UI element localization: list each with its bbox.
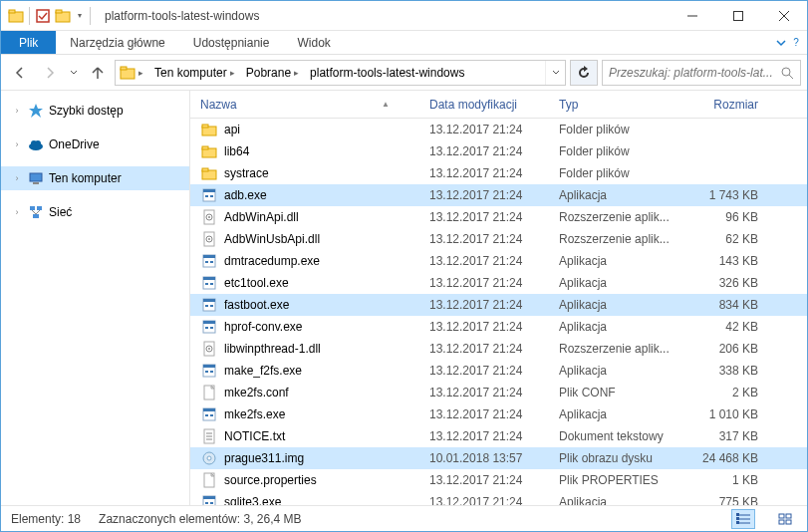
nav-quick-access[interactable]: › Szybki dostęp <box>1 99 189 123</box>
tab-home[interactable]: Narzędzia główne <box>56 31 178 54</box>
file-row[interactable]: hprof-conv.exe13.12.2017 21:24Aplikacja4… <box>190 316 807 338</box>
column-header-size[interactable]: Rozmiar <box>688 98 768 112</box>
file-row[interactable]: systrace13.12.2017 21:24Folder plików <box>190 162 807 184</box>
chevron-right-icon[interactable]: › <box>11 139 23 149</box>
file-list[interactable]: api13.12.2017 21:24Folder plikówlib6413.… <box>190 119 807 505</box>
column-header-type[interactable]: Typ <box>559 98 688 112</box>
svg-rect-86 <box>736 521 739 524</box>
exe-icon <box>200 493 218 505</box>
file-row[interactable]: dmtracedump.exe13.12.2017 21:24Aplikacja… <box>190 250 807 272</box>
tab-share[interactable]: Udostępnianie <box>179 31 284 54</box>
maximize-button[interactable] <box>715 1 761 31</box>
breadcrumb-label: Pobrane <box>246 66 291 80</box>
file-name: mke2fs.exe <box>224 407 429 421</box>
breadcrumb-segment-1[interactable]: Pobrane▸ <box>242 61 306 85</box>
file-row[interactable]: mke2fs.exe13.12.2017 21:24Aplikacja1 010… <box>190 403 807 425</box>
chevron-right-icon[interactable]: › <box>11 106 23 116</box>
svg-rect-50 <box>205 305 208 307</box>
file-row[interactable]: make_f2fs.exe13.12.2017 21:24Aplikacja33… <box>190 360 807 382</box>
svg-rect-55 <box>210 327 213 329</box>
file-row[interactable]: fastboot.exe13.12.2017 21:24Aplikacja834… <box>190 294 807 316</box>
file-name: fastboot.exe <box>224 298 429 312</box>
file-icon <box>200 471 218 489</box>
breadcrumb-segment-2[interactable]: platform-tools-latest-windows <box>306 61 468 85</box>
file-type: Folder plików <box>559 166 688 180</box>
file-row[interactable]: source.properties13.12.2017 21:24Plik PR… <box>190 469 807 491</box>
column-header-name[interactable]: Nazwa▲ <box>200 98 429 112</box>
svg-rect-20 <box>37 206 42 210</box>
file-row[interactable]: api13.12.2017 21:24Folder plików <box>190 119 807 140</box>
svg-rect-84 <box>736 513 739 516</box>
file-row[interactable]: prague311.img10.01.2018 13:57Plik obrazu… <box>190 447 807 469</box>
file-row[interactable]: sqlite3.exe13.12.2017 21:24Aplikacja775 … <box>190 491 807 505</box>
search-icon <box>780 66 794 80</box>
svg-rect-51 <box>210 305 213 307</box>
tab-file[interactable]: Plik <box>1 31 56 54</box>
file-name: source.properties <box>224 473 429 487</box>
dll-icon <box>200 208 218 226</box>
qat-newfolder-icon[interactable] <box>54 7 72 25</box>
address-box[interactable]: ▸ Ten komputer▸ Pobrane▸ platform-tools-… <box>115 60 566 86</box>
nav-this-pc[interactable]: › Ten komputer <box>1 166 189 190</box>
file-row[interactable]: etc1tool.exe13.12.2017 21:24Aplikacja326… <box>190 272 807 294</box>
nav-recent-button[interactable] <box>67 60 81 86</box>
svg-rect-46 <box>205 283 208 285</box>
ribbon-expand-button[interactable]: ? <box>767 31 807 54</box>
svg-rect-66 <box>203 408 215 411</box>
svg-point-58 <box>208 348 210 350</box>
file-size: 338 KB <box>688 364 768 378</box>
svg-rect-60 <box>203 365 215 368</box>
column-header-date[interactable]: Data modyfikacji <box>429 98 559 112</box>
svg-rect-61 <box>205 371 208 373</box>
nav-onedrive[interactable]: › OneDrive <box>1 133 189 156</box>
view-details-button[interactable] <box>731 509 755 529</box>
search-input[interactable] <box>609 66 780 80</box>
file-name: lib64 <box>224 144 429 158</box>
network-icon <box>27 203 45 221</box>
exe-icon <box>200 274 218 292</box>
breadcrumb-segment-0[interactable]: Ten komputer▸ <box>150 61 242 85</box>
qat-properties-icon[interactable] <box>34 7 52 25</box>
address-history-dropdown[interactable] <box>545 61 565 85</box>
file-row[interactable]: AdbWinApi.dll13.12.2017 21:24Rozszerzeni… <box>190 206 807 228</box>
file-row[interactable]: lib6413.12.2017 21:24Folder plików <box>190 140 807 162</box>
chevron-right-icon[interactable]: › <box>11 207 23 217</box>
file-row[interactable]: libwinpthread-1.dll13.12.2017 21:24Rozsz… <box>190 338 807 360</box>
svg-line-23 <box>36 210 40 214</box>
file-name: mke2fs.conf <box>224 386 429 399</box>
file-size: 143 KB <box>688 254 768 268</box>
refresh-button[interactable] <box>570 60 598 86</box>
qat-dropdown-icon[interactable]: ▾ <box>74 7 86 25</box>
nav-forward-button[interactable] <box>37 60 63 86</box>
file-date: 13.12.2017 21:24 <box>429 276 559 290</box>
window-title: platform-tools-latest-windows <box>99 9 670 23</box>
chevron-right-icon[interactable]: › <box>11 173 23 183</box>
svg-rect-18 <box>33 182 39 184</box>
file-row[interactable]: AdbWinUsbApi.dll13.12.2017 21:24Rozszerz… <box>190 228 807 250</box>
address-root-icon[interactable]: ▸ <box>116 61 150 85</box>
nav-up-button[interactable] <box>85 60 111 86</box>
computer-icon <box>27 169 45 187</box>
tab-view[interactable]: Widok <box>283 31 344 54</box>
file-name: libwinpthread-1.dll <box>224 342 429 356</box>
file-size: 1 010 KB <box>688 407 768 421</box>
svg-rect-2 <box>37 10 49 22</box>
file-row[interactable]: mke2fs.conf13.12.2017 21:24Plik CONF2 KB <box>190 382 807 403</box>
file-type: Dokument tekstowy <box>559 429 688 443</box>
file-size: 1 KB <box>688 473 768 487</box>
nav-network[interactable]: › Sieć <box>1 200 189 224</box>
file-name: AdbWinApi.dll <box>224 210 429 224</box>
txt-icon <box>200 427 218 445</box>
file-icon <box>200 384 218 401</box>
close-button[interactable] <box>761 1 807 31</box>
file-row[interactable]: adb.exe13.12.2017 21:24Aplikacja1 743 KB <box>190 184 807 206</box>
nav-back-button[interactable] <box>7 60 33 86</box>
exe-icon <box>200 318 218 336</box>
minimize-button[interactable] <box>670 1 715 31</box>
nav-label: Szybki dostęp <box>49 104 124 118</box>
file-size: 96 KB <box>688 210 768 224</box>
view-large-icons-button[interactable] <box>773 509 797 529</box>
file-row[interactable]: NOTICE.txt13.12.2017 21:24Dokument tekst… <box>190 425 807 447</box>
dll-icon <box>200 230 218 248</box>
search-box[interactable] <box>602 60 801 86</box>
